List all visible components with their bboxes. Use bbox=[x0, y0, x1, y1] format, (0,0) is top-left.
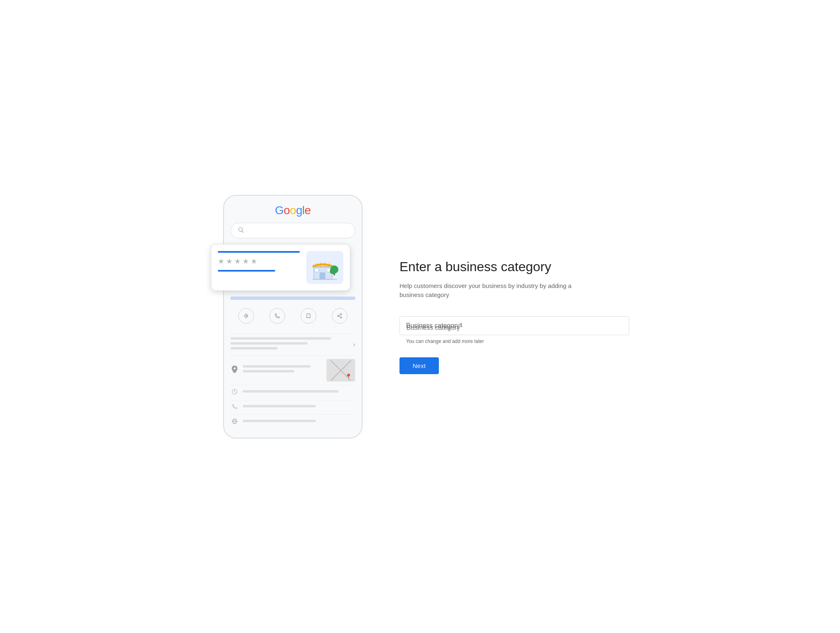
info-lines-website bbox=[243, 420, 355, 425]
share-icon-circle bbox=[332, 308, 347, 324]
svg-point-16 bbox=[340, 317, 342, 318]
star-2: ★ bbox=[226, 257, 233, 266]
location-pin-icon bbox=[231, 366, 239, 375]
svg-rect-2 bbox=[315, 268, 319, 272]
form-section: Enter a business category Help customers… bbox=[399, 259, 629, 374]
svg-point-15 bbox=[338, 315, 339, 317]
star-5: ★ bbox=[251, 257, 257, 266]
next-button[interactable]: Next bbox=[399, 357, 439, 374]
info-lines-desc bbox=[231, 337, 349, 352]
info-lines-location bbox=[243, 365, 322, 375]
card-stars: ★ ★ ★ ★ ★ bbox=[218, 257, 300, 266]
website-line-1 bbox=[243, 420, 316, 422]
bookmark-icon-circle bbox=[301, 308, 316, 324]
svg-line-17 bbox=[339, 316, 340, 317]
business-category-field-wrapper: Business category* bbox=[399, 316, 629, 335]
star-3: ★ bbox=[234, 257, 241, 266]
phone-icon-circle bbox=[269, 308, 285, 324]
map-pin-icon: 📍 bbox=[345, 373, 352, 380]
chevron-right-icon: › bbox=[353, 341, 355, 348]
info-row-website bbox=[231, 414, 355, 430]
star-1: ★ bbox=[218, 257, 224, 266]
svg-line-18 bbox=[339, 314, 340, 315]
blue-accent-bar bbox=[231, 297, 355, 300]
svg-point-10 bbox=[330, 268, 336, 274]
phone-frame: Google bbox=[223, 195, 363, 439]
logo-o2: o bbox=[290, 204, 296, 217]
store-illustration bbox=[306, 251, 343, 284]
google-logo: Google bbox=[231, 204, 355, 217]
page-subtitle: Help customers discover your business by… bbox=[399, 281, 596, 300]
desc-line-3 bbox=[231, 347, 278, 350]
page-title: Enter a business category bbox=[399, 259, 629, 274]
card-content: ★ ★ ★ ★ ★ bbox=[218, 251, 300, 272]
page-container: ★ ★ ★ ★ ★ bbox=[174, 195, 666, 439]
clock-icon bbox=[231, 388, 239, 397]
directions-icon-circle bbox=[238, 308, 254, 324]
phone-line-1 bbox=[243, 405, 316, 407]
globe-icon bbox=[231, 418, 239, 426]
info-row-location: 📍 bbox=[231, 355, 355, 385]
desc-line-2 bbox=[231, 342, 308, 345]
action-icons-row bbox=[231, 305, 355, 327]
business-category-input[interactable] bbox=[399, 316, 629, 335]
store-svg bbox=[310, 254, 339, 281]
card-blue-line bbox=[218, 251, 300, 253]
logo-g2: g bbox=[296, 204, 302, 217]
business-card-popup: ★ ★ ★ ★ ★ bbox=[211, 244, 350, 291]
hours-line-1 bbox=[243, 390, 338, 393]
logo-e: e bbox=[305, 204, 311, 217]
search-icon bbox=[237, 226, 244, 235]
helper-text: You can change and add more later bbox=[399, 338, 629, 344]
info-row-description: › bbox=[231, 334, 355, 355]
loc-line-1 bbox=[243, 365, 310, 368]
card-blue-line2 bbox=[218, 270, 275, 272]
map-thumbnail: 📍 bbox=[326, 359, 355, 382]
phone-small-icon bbox=[231, 404, 239, 411]
info-row-hours bbox=[231, 385, 355, 400]
info-lines-phone bbox=[243, 405, 355, 410]
phone-mockup-wrapper: ★ ★ ★ ★ ★ bbox=[211, 195, 367, 439]
svg-rect-1 bbox=[320, 272, 325, 279]
logo-o1: o bbox=[284, 204, 290, 217]
search-bar bbox=[231, 223, 355, 238]
loc-line-2 bbox=[243, 370, 294, 372]
info-lines-hours bbox=[243, 390, 355, 395]
star-4: ★ bbox=[242, 257, 249, 266]
info-row-phone bbox=[231, 400, 355, 414]
svg-point-14 bbox=[340, 313, 342, 315]
logo-g: G bbox=[275, 204, 283, 217]
desc-line-1 bbox=[231, 337, 331, 340]
svg-line-13 bbox=[242, 231, 244, 233]
